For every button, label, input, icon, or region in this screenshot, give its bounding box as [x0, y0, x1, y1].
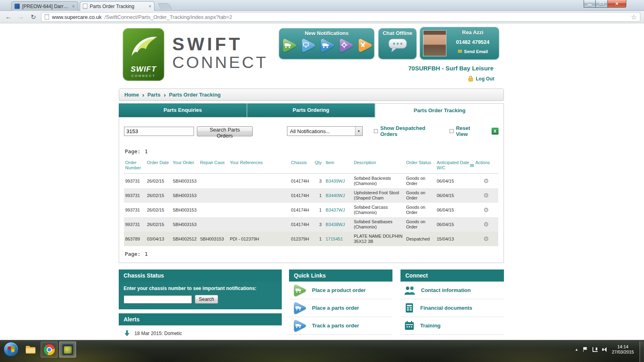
volume-icon[interactable] — [602, 347, 607, 352]
parts-order-search-input[interactable] — [124, 127, 194, 136]
item-link[interactable]: B3437WJ — [326, 208, 345, 212]
url-path: /SwiftConnect/Parts_Order_Tracking/index… — [105, 14, 232, 20]
show-despatched-checkbox[interactable] — [374, 129, 378, 133]
notification-product-icon[interactable] — [281, 37, 297, 53]
cell-item: B3440WJ — [324, 188, 353, 203]
col-order-date[interactable]: Order Date — [146, 159, 171, 174]
item-link[interactable]: B3438WJ — [326, 222, 345, 227]
network-icon[interactable] — [592, 347, 598, 352]
reset-view-checkbox[interactable] — [450, 129, 454, 133]
breadcrumb: Home › Parts › Parts Order Tracking — [119, 88, 504, 101]
row-actions-button[interactable]: ⚙ — [483, 177, 489, 185]
tray-expand-icon[interactable]: ▲ — [575, 348, 578, 352]
quick-link-place-parts-order[interactable]: Place a parts order — [289, 299, 392, 317]
table-row: 993731 26/02/15 SBH003153 014174H 3 B343… — [124, 217, 498, 232]
forward-button[interactable]: → — [16, 12, 26, 22]
table-row: 993731 26/02/15 SBH003153 014174H 1 B343… — [124, 203, 498, 217]
col-qty[interactable]: Qty — [312, 159, 324, 174]
cell-anticipated-date: 06/04/15 — [436, 174, 474, 189]
swiftconnect-logo[interactable]: SWIFT CONNECT — [123, 28, 164, 81]
notification-settings-icon[interactable] — [338, 37, 354, 53]
dropdown-arrow-icon: ▼ — [355, 127, 362, 136]
notification-truck-icon[interactable] — [319, 37, 335, 53]
taskbar-active-app-button[interactable] — [59, 341, 76, 358]
col-item[interactable]: Item — [324, 159, 353, 174]
table-row: 863789 03/04/13 SBH002512 SBH003153 PDI … — [124, 232, 498, 246]
chassis-search-button[interactable]: Search — [195, 295, 218, 304]
window-close-button[interactable]: × — [608, 0, 626, 8]
row-actions-button[interactable]: ⚙ — [483, 221, 489, 228]
col-order-number[interactable]: Order Number — [124, 159, 146, 174]
new-tab-button[interactable] — [158, 3, 172, 10]
window-maximize-button[interactable] — [596, 0, 608, 8]
notifications-filter-dropdown[interactable]: All Notifications... ▼ — [287, 126, 362, 136]
back-button[interactable]: ← — [4, 12, 13, 22]
action-center-flag-icon[interactable] — [583, 347, 588, 352]
chassis-status-title: Chassis Status — [119, 269, 282, 282]
send-email-link[interactable]: ✉ Send Email — [449, 48, 497, 54]
show-desktop-button[interactable] — [640, 341, 644, 362]
page-number[interactable]: 1 — [144, 251, 148, 257]
tab-parts-order-tracking[interactable]: Parts Order Tracking — [375, 103, 504, 117]
taskbar-explorer-button[interactable] — [22, 341, 39, 358]
taskbar-clock[interactable]: 14:14 27/03/2015 — [612, 344, 634, 355]
col-chassis[interactable]: Chassis — [290, 159, 312, 174]
tab-parts-ordering[interactable]: Parts Ordering — [247, 103, 376, 117]
col-repair-case[interactable]: Repair Case — [199, 159, 229, 174]
export-excel-icon[interactable]: X — [491, 128, 499, 135]
page-number[interactable]: 1 — [144, 148, 148, 154]
address-bar[interactable]: www.supercare.co.uk/SwiftConnect/Parts_O… — [41, 12, 640, 22]
row-actions-button[interactable]: ⚙ — [483, 206, 489, 214]
tab-close-icon[interactable]: × — [72, 4, 75, 9]
mail-column-icon[interactable]: ✉ — [470, 163, 474, 168]
breadcrumb-parts[interactable]: Parts — [147, 92, 161, 98]
alert-text: 18 Mar 2015: Dometic — [134, 331, 182, 336]
tab-close-icon[interactable]: × — [149, 4, 151, 9]
quick-link-track-parts-order[interactable]: Track a parts order — [289, 317, 392, 335]
chat-offline-panel[interactable]: Chat Offline — [378, 28, 417, 59]
chassis-number-input[interactable] — [124, 295, 192, 304]
alert-download-arrow-icon[interactable] — [124, 330, 130, 337]
row-actions-button[interactable]: ⚙ — [483, 235, 489, 243]
cell-repair-case: SBH003153 — [199, 232, 229, 246]
quick-link-place-product-order[interactable]: Place a product order — [289, 282, 392, 299]
cell-anticipated-date: 06/04/15 — [436, 188, 474, 203]
cell-repair-case — [199, 203, 229, 217]
taskbar-chrome-button[interactable] — [41, 341, 58, 358]
browser-tab-jira[interactable]: [PREOW-644] Darren has × — [11, 1, 78, 11]
alert-item[interactable]: 18 Mar 2015: Dometic — [119, 325, 282, 340]
logout-link[interactable]: Log Out — [468, 76, 494, 82]
cell-chassis: 014174H — [290, 174, 312, 189]
col-anticipated-date[interactable]: Anticipated Date W/C✉ — [436, 159, 474, 174]
section-tabs: Parts Enquiries Parts Ordering Parts Ord… — [119, 103, 504, 117]
breadcrumb-home[interactable]: Home — [124, 92, 139, 98]
col-your-references[interactable]: Your References — [229, 159, 290, 174]
window-minimize-button[interactable] — [584, 0, 596, 8]
notification-monitor-icon[interactable] — [300, 37, 316, 53]
col-description[interactable]: Description — [353, 159, 405, 174]
minimize-icon — [588, 4, 592, 6]
refresh-button[interactable]: ↻ — [29, 12, 38, 22]
col-order-status[interactable]: Order Status — [405, 159, 436, 174]
item-link[interactable]: B3440WJ — [326, 193, 345, 198]
search-parts-orders-button[interactable]: Search Parts Orders — [197, 126, 253, 136]
col-your-order[interactable]: Your Order — [171, 159, 199, 174]
connect-training[interactable]: Training — [400, 317, 504, 335]
image-app-icon — [62, 344, 73, 355]
bookmark-star-icon[interactable]: ☆ — [631, 13, 637, 21]
connect-financial-documents[interactable]: Financial documents — [400, 299, 504, 317]
item-link[interactable]: 1715451 — [326, 237, 343, 241]
item-link[interactable]: B3439WJ — [326, 179, 345, 183]
show-despatched-toggle[interactable]: Show Despatched Orders — [374, 125, 442, 137]
start-button[interactable] — [4, 342, 19, 357]
row-actions-button[interactable]: ⚙ — [483, 192, 489, 199]
maximize-icon — [600, 2, 604, 5]
reset-view-toggle[interactable]: Reset View — [450, 125, 483, 137]
new-notifications-title: New Notifications — [279, 28, 374, 36]
gear-icon: ⚙ — [483, 221, 489, 228]
tab-parts-enquiries[interactable]: Parts Enquiries — [119, 103, 247, 117]
connect-contact-information[interactable]: Contact information — [400, 282, 504, 299]
notification-tools-icon[interactable] — [357, 37, 373, 53]
product-order-icon — [292, 283, 307, 298]
browser-tab-parts-order-tracking[interactable]: Parts Order Tracking × — [80, 1, 155, 11]
